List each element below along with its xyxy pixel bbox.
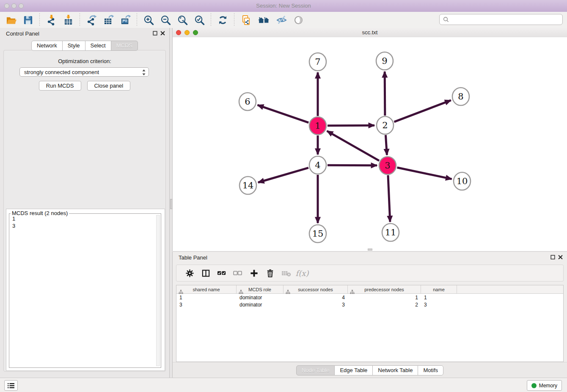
graph-edge-1-2[interactable] <box>328 125 374 126</box>
zoom-in-icon[interactable] <box>142 14 155 26</box>
tab-network[interactable]: Network <box>31 41 63 51</box>
result-scrollbar[interactable] <box>156 215 160 366</box>
graph-node-2[interactable]: 2 <box>377 116 394 134</box>
cell-predecessor-nodes[interactable]: 2 <box>348 302 421 308</box>
select-all-icon[interactable] <box>214 267 230 279</box>
column-header-name[interactable]: name <box>421 285 457 293</box>
table-toolbar: f(x) <box>176 265 564 282</box>
open-session-icon[interactable] <box>5 14 17 26</box>
run-mcds-button[interactable]: Run MCDS <box>39 81 81 91</box>
mcds-result-list[interactable]: 13 <box>11 215 156 367</box>
search-input[interactable] <box>451 16 562 23</box>
tab-mcds[interactable]: MCDS <box>111 41 138 51</box>
task-history-button[interactable] <box>4 380 18 391</box>
optimization-criterion-select[interactable]: strongly connected component <box>19 67 149 77</box>
deselect-all-icon[interactable] <box>230 267 246 279</box>
close-panel-button[interactable]: Close panel <box>87 81 131 91</box>
node-label: 9 <box>382 56 387 66</box>
cell-mcds-role[interactable]: dominator <box>237 295 284 301</box>
graph-node-1[interactable]: 1 <box>309 117 326 135</box>
cell-successor-nodes[interactable]: 3 <box>284 302 348 308</box>
float-table-panel-icon[interactable] <box>550 255 555 259</box>
graph-node-8[interactable]: 8 <box>452 88 469 105</box>
save-session-icon[interactable] <box>22 14 34 26</box>
column-header-shared-name[interactable]: shared name <box>176 285 237 293</box>
graph-node-14[interactable]: 14 <box>239 177 256 194</box>
graph-node-9[interactable]: 9 <box>376 52 393 70</box>
network-canvas[interactable]: 7968124314101511 <box>173 37 567 249</box>
result-item: 3 <box>12 222 156 229</box>
close-panel-icon[interactable] <box>160 31 165 36</box>
graph-edge-3-1[interactable] <box>327 131 379 160</box>
tab-edge-table[interactable]: Edge Table <box>334 365 373 375</box>
graph-node-7[interactable]: 7 <box>309 53 326 71</box>
graph-edge-2-3[interactable] <box>385 135 387 155</box>
graph-node-15[interactable]: 15 <box>309 225 326 243</box>
delete-table-icon[interactable] <box>278 267 294 279</box>
graph-edge-2-8[interactable] <box>394 100 451 122</box>
network-window: scc.txt 7968124314101511 <box>172 28 567 251</box>
select-stepper-icon <box>142 69 146 76</box>
refresh-icon[interactable] <box>216 14 229 26</box>
graph-edge-4-14[interactable] <box>258 168 308 182</box>
column-header-mcds-role[interactable]: MCDS role <box>237 285 284 293</box>
canvas-resize-grip[interactable] <box>368 248 372 251</box>
tab-motifs[interactable]: Motifs <box>418 365 443 375</box>
tab-node-table[interactable]: Node Table <box>296 365 335 375</box>
network-title: scc.txt <box>173 29 567 36</box>
table-body: 1dominator4113dominator323 <box>176 294 563 308</box>
toolbar-separator <box>211 13 211 27</box>
delete-column-icon[interactable] <box>262 267 278 279</box>
graph-edge-2-9[interactable] <box>385 72 385 116</box>
zoom-fit-icon[interactable] <box>176 14 189 26</box>
graph-node-3[interactable]: 3 <box>379 157 396 174</box>
column-view-icon[interactable] <box>198 267 214 279</box>
list-icon <box>7 383 15 389</box>
import-network-icon[interactable] <box>45 14 58 26</box>
network-graph[interactable]: 7968124314101511 <box>173 37 567 249</box>
table-row[interactable]: 1dominator411 <box>176 294 563 301</box>
vertical-splitter[interactable] <box>169 28 172 378</box>
add-column-icon[interactable] <box>246 267 262 279</box>
export-image-icon[interactable] <box>119 14 132 26</box>
graph-node-4[interactable]: 4 <box>309 156 326 174</box>
graph-node-6[interactable]: 6 <box>239 93 256 110</box>
float-panel-icon[interactable] <box>153 31 157 36</box>
zoom-selected-icon[interactable] <box>193 14 206 26</box>
cell-mcds-role[interactable]: dominator <box>237 302 284 308</box>
graph-edge-3-11[interactable] <box>388 175 390 222</box>
function-builder-icon[interactable]: f(x) <box>294 267 310 279</box>
tab-style[interactable]: Style <box>62 41 85 51</box>
memory-button[interactable]: Memory <box>527 380 562 391</box>
clone-network-icon[interactable] <box>239 14 252 26</box>
graph-node-10[interactable]: 10 <box>454 172 471 190</box>
export-table-icon[interactable] <box>102 14 115 26</box>
cell-shared-name[interactable]: 1 <box>176 295 237 301</box>
close-table-panel-icon[interactable] <box>558 255 563 259</box>
table-row[interactable]: 3dominator323 <box>176 301 563 308</box>
zoom-out-icon[interactable] <box>159 14 172 26</box>
column-header-predecessor-nodes[interactable]: predecessor nodes <box>348 285 421 293</box>
node-label: 4 <box>315 160 320 170</box>
first-neighbors-icon[interactable] <box>256 14 271 26</box>
column-header-successor-nodes[interactable]: successor nodes <box>284 285 348 293</box>
node-label: 7 <box>315 57 320 67</box>
cell-name[interactable]: 1 <box>421 295 457 301</box>
export-network-icon[interactable] <box>85 14 98 26</box>
cell-predecessor-nodes[interactable]: 1 <box>348 295 421 301</box>
graph-edge-4-3[interactable] <box>328 165 377 166</box>
network-window-titlebar: scc.txt <box>173 28 567 38</box>
cell-name[interactable]: 3 <box>421 302 457 308</box>
graph-node-11[interactable]: 11 <box>382 224 399 241</box>
graph-edge-1-6[interactable] <box>258 105 309 122</box>
settings-icon[interactable] <box>182 267 198 279</box>
hide-selected-icon[interactable] <box>275 14 288 26</box>
cell-shared-name[interactable]: 3 <box>176 302 237 308</box>
tab-select[interactable]: Select <box>85 41 111 51</box>
graph-edge-3-10[interactable] <box>397 168 452 179</box>
control-panel-tabs: NetworkStyleSelectMCDS <box>0 41 169 51</box>
tab-network-table[interactable]: Network Table <box>372 365 418 375</box>
import-table-icon[interactable] <box>62 14 74 26</box>
show-all-icon[interactable] <box>292 14 305 26</box>
cell-successor-nodes[interactable]: 4 <box>284 295 348 301</box>
